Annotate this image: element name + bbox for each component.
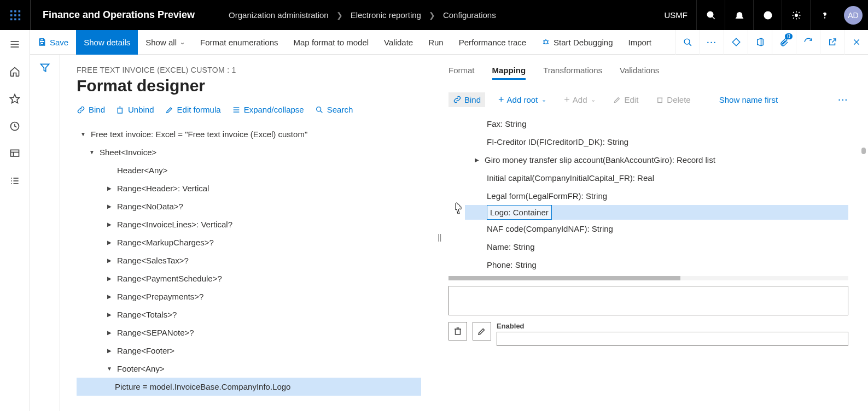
edit-formula-button[interactable] bbox=[473, 322, 491, 340]
add-root-button[interactable]: + Add root ⌄ bbox=[494, 92, 551, 107]
filter-strip bbox=[30, 55, 60, 411]
horizontal-scrollbar[interactable] bbox=[448, 276, 848, 280]
tree-node[interactable]: Footer<Any> bbox=[77, 360, 421, 378]
workspace-icon[interactable] bbox=[8, 147, 21, 160]
data-source-item[interactable]: Phone: String bbox=[487, 256, 848, 274]
hamburger-icon[interactable] bbox=[8, 38, 21, 51]
tree-node[interactable]: Range<InvoiceLines>: Vertical? bbox=[77, 215, 421, 233]
start-debugging-button[interactable]: Start Debugging bbox=[534, 30, 620, 55]
home-icon[interactable] bbox=[8, 65, 21, 78]
chevron-right-icon[interactable] bbox=[106, 326, 113, 339]
data-source-item[interactable]: NAF code(CompanyIdNAF): String bbox=[487, 220, 848, 238]
map-format-to-model-button[interactable]: Map format to model bbox=[286, 30, 377, 55]
avatar[interactable]: AD bbox=[844, 6, 863, 25]
diamond-icon[interactable] bbox=[724, 30, 748, 55]
more-icon[interactable]: ··· bbox=[838, 95, 848, 104]
chevron-right-icon[interactable] bbox=[106, 290, 113, 303]
tree-node-label: Footer<Any> bbox=[117, 360, 165, 378]
chevron-down-icon[interactable] bbox=[80, 127, 86, 140]
data-source-item[interactable]: Logo: Container bbox=[465, 205, 848, 220]
chevron-right-icon[interactable] bbox=[106, 181, 113, 195]
data-source-item[interactable]: Initial capital(CompanyInitialCapital_FR… bbox=[487, 169, 848, 187]
chevron-down-icon[interactable] bbox=[89, 145, 95, 158]
bind-button[interactable]: Bind bbox=[77, 105, 105, 114]
tree-node[interactable]: Range<Totals>? bbox=[77, 306, 421, 324]
tree-node[interactable]: Range<Header>: Vertical bbox=[77, 179, 421, 197]
import-button[interactable]: Import bbox=[621, 30, 660, 55]
data-source-list[interactable]: Fax: StringFI-Creditor ID(FICreditorID_D… bbox=[448, 115, 848, 274]
show-all-button[interactable]: Show all ⌄ bbox=[138, 30, 193, 55]
gear-icon[interactable] bbox=[782, 0, 810, 30]
chevron-right-icon[interactable] bbox=[106, 272, 113, 285]
tree-node-sheet[interactable]: Sheet<Invoice> bbox=[77, 143, 421, 161]
smiley-icon[interactable] bbox=[753, 0, 782, 30]
breadcrumb-item[interactable]: Electronic reporting bbox=[351, 10, 421, 20]
chevron-right-icon[interactable] bbox=[106, 308, 113, 321]
data-source-item[interactable]: Giro money transfer slip account(BankAcc… bbox=[487, 151, 848, 169]
refresh-icon[interactable] bbox=[796, 30, 820, 55]
popout-icon[interactable] bbox=[820, 30, 844, 55]
search-icon[interactable] bbox=[696, 0, 725, 30]
unbind-button[interactable]: Unbind bbox=[116, 105, 154, 114]
tree-node-root[interactable]: Free text invoice: Excel = "Free text in… bbox=[77, 125, 421, 143]
validate-button[interactable]: Validate bbox=[376, 30, 421, 55]
close-icon[interactable] bbox=[844, 30, 868, 55]
tab-mapping[interactable]: Mapping bbox=[492, 66, 526, 80]
tree-node-selected[interactable]: Picture = model.InvoiceBase.CompanyInfo.… bbox=[77, 378, 421, 396]
star-icon[interactable] bbox=[8, 92, 21, 105]
edit-formula-button[interactable]: Edit formula bbox=[165, 105, 221, 114]
tree-node[interactable]: Range<SalesTax>? bbox=[77, 251, 421, 269]
format-tree[interactable]: Free text invoice: Excel = "Free text in… bbox=[77, 125, 421, 396]
more-icon[interactable]: ··· bbox=[700, 30, 724, 55]
formula-input[interactable] bbox=[448, 286, 848, 315]
chevron-right-icon[interactable] bbox=[106, 344, 113, 357]
tab-validations[interactable]: Validations bbox=[620, 66, 659, 80]
clock-icon[interactable] bbox=[8, 120, 21, 133]
help-icon[interactable] bbox=[810, 0, 838, 30]
tree-node-label: Header<Any> bbox=[117, 161, 168, 179]
save-button[interactable]: Save bbox=[30, 30, 76, 55]
show-details-button[interactable]: Show details bbox=[76, 30, 138, 55]
data-source-item[interactable]: Legal form(LegalFormFR): String bbox=[487, 187, 848, 205]
save-label: Save bbox=[50, 38, 68, 47]
tree-node[interactable]: Range<SEPANote>? bbox=[77, 324, 421, 342]
chevron-right-icon[interactable] bbox=[474, 153, 480, 166]
filter-icon[interactable] bbox=[39, 62, 50, 73]
company-label[interactable]: USMF bbox=[656, 10, 697, 20]
chevron-right-icon[interactable] bbox=[106, 254, 113, 267]
breadcrumb-item[interactable]: Configurations bbox=[443, 10, 496, 20]
show-name-first-button[interactable]: Show name first bbox=[715, 92, 783, 107]
breadcrumb-item[interactable]: Organization administration bbox=[229, 10, 329, 20]
modules-icon[interactable] bbox=[8, 174, 21, 187]
data-source-item[interactable]: Fax: String bbox=[487, 115, 848, 133]
office-icon[interactable] bbox=[748, 30, 772, 55]
chevron-right-icon[interactable] bbox=[106, 236, 113, 249]
chevron-down-icon: ⌄ bbox=[180, 39, 185, 46]
chevron-right-icon[interactable] bbox=[106, 218, 113, 231]
tree-node[interactable]: Range<MarkupCharges>? bbox=[77, 233, 421, 251]
performance-trace-button[interactable]: Performance trace bbox=[451, 30, 534, 55]
attach-icon[interactable]: 0 bbox=[772, 30, 796, 55]
delete-formula-button[interactable] bbox=[448, 322, 467, 340]
data-source-item[interactable]: Name: String bbox=[487, 238, 848, 256]
search-button[interactable]: Search bbox=[315, 105, 353, 114]
format-enumerations-button[interactable]: Format enumerations bbox=[193, 30, 286, 55]
tree-node[interactable]: Range<PaymentSchedule>? bbox=[77, 269, 421, 287]
expand-collapse-button[interactable]: Expand/collapse bbox=[232, 105, 304, 114]
mapping-bind-button[interactable]: Bind bbox=[448, 92, 485, 107]
tree-node[interactable]: Range<Footer> bbox=[77, 342, 421, 360]
tree-node[interactable]: Header<Any> bbox=[77, 161, 421, 179]
vertical-scrollbar[interactable] bbox=[861, 148, 866, 154]
tab-transformations[interactable]: Transformations bbox=[543, 66, 602, 80]
chevron-right-icon[interactable] bbox=[106, 199, 113, 213]
run-button[interactable]: Run bbox=[421, 30, 451, 55]
bell-icon[interactable] bbox=[725, 0, 753, 30]
tree-node[interactable]: Range<Prepayments>? bbox=[77, 287, 421, 306]
data-source-item[interactable]: FI-Creditor ID(FICreditorID_DK): String bbox=[487, 133, 848, 151]
chevron-down-icon[interactable] bbox=[106, 362, 113, 375]
tab-format[interactable]: Format bbox=[448, 66, 475, 80]
tree-node[interactable]: Range<NoData>? bbox=[77, 197, 421, 215]
enabled-input[interactable] bbox=[497, 332, 848, 346]
app-launcher[interactable] bbox=[0, 0, 30, 30]
search-action-icon[interactable] bbox=[675, 30, 700, 55]
